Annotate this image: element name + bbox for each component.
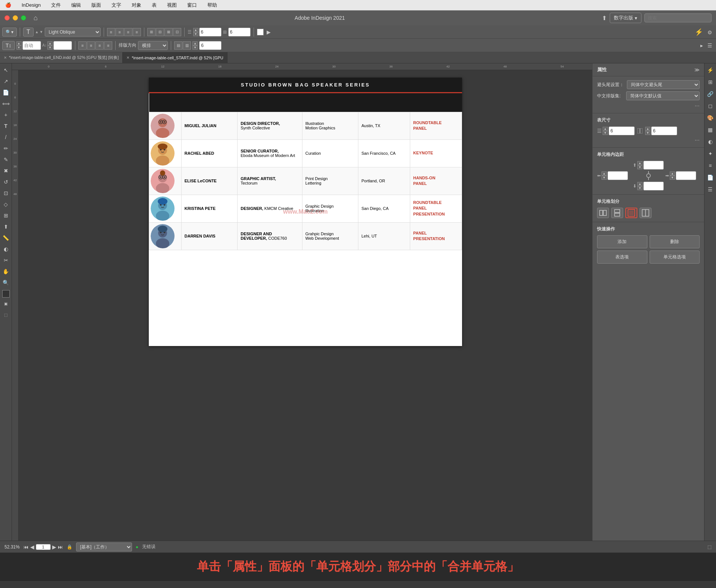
tab-start-file[interactable]: ✕ *insert-image-table-cell_START.indd @ …	[123, 52, 227, 63]
para-left-btn[interactable]: ≡	[78, 41, 87, 50]
select-tool[interactable]: ↖	[1, 65, 11, 75]
first-page-btn[interactable]: ⏮	[23, 544, 29, 550]
panel-cols-up[interactable]: ▲	[645, 127, 650, 131]
top-padding-input[interactable]	[643, 161, 664, 170]
tab-close-2[interactable]: ✕	[126, 56, 129, 60]
table-options-button[interactable]: 表选项	[597, 251, 647, 264]
color-fill[interactable]	[2, 290, 10, 298]
rows2-down[interactable]: ▼	[192, 45, 198, 50]
add-button[interactable]: 添加	[597, 235, 647, 248]
tab-close-1[interactable]: ✕	[4, 56, 7, 60]
para-right-btn[interactable]: ≡	[95, 41, 104, 50]
home-icon[interactable]: ⌂	[34, 14, 38, 22]
scale-tool[interactable]: ⊡	[1, 188, 11, 198]
menu-window[interactable]: 窗口	[185, 1, 199, 9]
split-horizontal-btn[interactable]	[640, 208, 651, 218]
merge-horizontal-btn[interactable]	[597, 208, 609, 218]
menu-text[interactable]: 文字	[109, 1, 123, 9]
apple-menu[interactable]: 🍎	[3, 1, 13, 9]
scissors-tool[interactable]: ✂	[1, 255, 11, 265]
size-up-btn[interactable]: ▲	[16, 41, 22, 45]
align-left-btn[interactable]: ≡	[107, 28, 115, 36]
para-justify-btn[interactable]: ≡	[104, 41, 112, 50]
panel-expand-btn[interactable]: ≫	[694, 67, 700, 73]
t-icon-btn[interactable]: T↕	[2, 41, 15, 50]
panel-rows-input[interactable]: 6	[609, 126, 635, 135]
delete-button[interactable]: 删除	[650, 235, 700, 248]
menu-file[interactable]: 文件	[49, 1, 63, 9]
last-page-btn[interactable]: ⏭	[58, 544, 63, 550]
rotate-tool[interactable]: ↺	[1, 177, 11, 187]
bot-pad-down[interactable]: ▼	[637, 186, 643, 190]
grid-2-icon[interactable]: ⊟	[156, 28, 164, 36]
pages-icon[interactable]: 📄	[705, 172, 716, 183]
shear-tool[interactable]: ◇	[1, 199, 11, 210]
left-padding-input[interactable]	[607, 171, 628, 180]
mode-toggle[interactable]: ⬚	[1, 309, 11, 320]
swatches-icon[interactable]: ▦	[705, 125, 716, 135]
page-tool[interactable]: 📄	[1, 87, 11, 98]
color-icon[interactable]: 🎨	[705, 113, 716, 123]
menu-object[interactable]: 对象	[129, 1, 144, 9]
eraser-tool[interactable]: ✖	[1, 166, 11, 176]
cell-style-1[interactable]: ▤	[174, 41, 182, 50]
size-down-btn[interactable]: ▼	[16, 45, 22, 50]
rows2-input[interactable]	[199, 41, 222, 50]
cols-input[interactable]: 6	[228, 28, 251, 37]
cell-options-button[interactable]: 单元格选项	[650, 251, 700, 264]
menu-layout[interactable]: 版面	[89, 1, 103, 9]
links-icon[interactable]: 🔗	[705, 89, 716, 99]
chinese-layout-select[interactable]: 简体中文默认值	[626, 91, 700, 100]
table-size-dots[interactable]: ···	[695, 137, 700, 143]
menu-edit[interactable]: 编辑	[69, 1, 83, 9]
gradient-panel-icon[interactable]: ◐	[705, 136, 716, 147]
more-options-dots[interactable]: ···	[695, 103, 700, 109]
next-page-btn[interactable]: ▶	[52, 544, 56, 550]
line-tool[interactable]: /	[1, 132, 11, 142]
grid-3-icon[interactable]: ⊠	[164, 28, 173, 36]
hamburger-icon[interactable]: ☰	[706, 42, 714, 49]
tracking-up[interactable]: ▲	[47, 41, 53, 45]
panel-cols-input[interactable]: 6	[651, 126, 677, 135]
rows-up-btn[interactable]: ▲	[193, 28, 198, 32]
apply-color[interactable]: ▣	[1, 298, 11, 309]
expand-icon[interactable]: ⬚	[707, 544, 712, 550]
gap-tool[interactable]: ⟺	[1, 98, 11, 109]
properties-icon[interactable]: ⊞	[705, 77, 716, 87]
type-tool[interactable]: T	[1, 121, 11, 131]
right-padding-input[interactable]	[676, 171, 696, 180]
pencil-tool[interactable]: ✎	[1, 154, 11, 165]
font-style-select[interactable]: Light Oblique	[45, 28, 101, 37]
pen-tool[interactable]: ✏	[1, 143, 11, 154]
direction-select[interactable]: 横排	[138, 41, 168, 50]
layer-select[interactable]: [基本]（工作）	[76, 543, 132, 551]
gradient-tool[interactable]: ◐	[1, 244, 11, 254]
merge-vertical-btn[interactable]	[611, 208, 623, 218]
search-input[interactable]	[644, 13, 712, 22]
grid-4-icon[interactable]: ⊡	[173, 28, 181, 36]
minimize-button[interactable]	[13, 15, 18, 21]
text-tool-btn[interactable]: T	[23, 28, 34, 37]
effects-icon[interactable]: ✦	[705, 148, 716, 159]
zoom-tool[interactable]: 🔍	[1, 277, 11, 288]
align-right-btn[interactable]: ≡	[124, 28, 132, 36]
direct-select-tool[interactable]: ↗	[1, 76, 11, 87]
prev-page-btn[interactable]: ◀	[30, 544, 34, 550]
rows2-up[interactable]: ▲	[192, 41, 198, 45]
padding-link-icon[interactable]	[633, 171, 664, 180]
layers-icon[interactable]: ≡	[705, 160, 716, 171]
content-collector[interactable]: +	[1, 110, 11, 120]
bottom-padding-input[interactable]	[643, 182, 664, 191]
top-pad-up[interactable]: ▲	[637, 161, 643, 165]
more-options-btn[interactable]: ▶	[265, 28, 272, 36]
panel-rows-down[interactable]: ▼	[603, 131, 608, 135]
right-pad-up[interactable]: ▲	[670, 172, 675, 176]
align-center-btn[interactable]: ≡	[116, 28, 124, 36]
panel-rows-up[interactable]: ▲	[603, 127, 608, 131]
publish-button[interactable]: 数字出版 ▾	[610, 13, 641, 23]
eyedropper-tool[interactable]: ⬆	[1, 221, 11, 232]
canvas-scroll[interactable]: www.MacZ.com STUDIO BROWN BAG SPEAKER SE…	[19, 70, 592, 541]
merge-all-btn[interactable]	[625, 208, 637, 218]
rows-input[interactable]: 6	[199, 28, 222, 37]
tracking-input[interactable]: 0点	[53, 41, 72, 50]
